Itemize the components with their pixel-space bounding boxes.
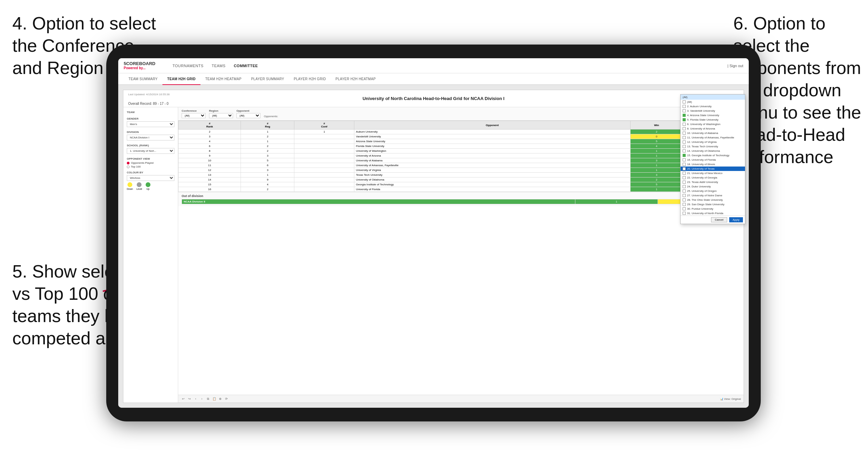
redo-icon[interactable]: ↪ — [187, 396, 192, 401]
dropdown-item[interactable]: 28. The Ohio State University — [681, 198, 744, 202]
legend-up-circle — [146, 182, 150, 187]
subnav-player-h2h-grid[interactable]: PLAYER H2H GRID — [289, 73, 331, 85]
conference-filter: Conference (All) — [182, 109, 206, 118]
dropdown-item[interactable]: 23. Texas A&M University — [681, 180, 744, 184]
dropdown-item[interactable]: 5. Florida State University — [681, 118, 744, 122]
dropdown-checkbox — [683, 154, 686, 157]
dropdown-checkbox — [683, 189, 686, 193]
nav-signout[interactable]: | Sign out — [728, 64, 743, 68]
back-icon[interactable]: ‹ — [193, 396, 198, 401]
dropdown-checkbox — [683, 136, 686, 139]
cancel-button[interactable]: Cancel — [711, 217, 727, 222]
panel-title: University of North Carolina Head-to-Hea… — [128, 96, 739, 101]
dropdown-item[interactable]: 21. University of New Mexico — [681, 171, 744, 175]
table-row: 2 1 1 Auburn University 2 1 — [179, 130, 744, 134]
dropdown-item[interactable]: 22. University of Georgia — [681, 175, 744, 180]
dropdown-item[interactable]: 31. University of North Florida — [681, 211, 744, 216]
dropdown-checkbox — [683, 181, 686, 184]
dropdown-item[interactable]: 10. University of Alabama — [681, 131, 744, 135]
toolbar-bottom: ↩ ↪ ‹ › ⧉ 📋 ⊗ ⟳ 📊 View: Original — [178, 395, 744, 403]
paste-icon[interactable]: 📋 — [212, 396, 217, 401]
dropdown-item[interactable]: 27. University of Notre Dame — [681, 193, 744, 198]
table-row: 14 9 University of Oklahoma 2 2 — [179, 177, 744, 182]
nav-teams[interactable]: TEAMS — [212, 64, 225, 68]
dropdown-item[interactable]: 13. Texas Tech University — [681, 144, 744, 149]
subnav-team-summary[interactable]: TEAM SUMMARY — [124, 73, 162, 85]
division-select[interactable]: NCAA Division I — [127, 135, 174, 140]
legend-up: Up — [146, 182, 150, 190]
colour-select[interactable]: Win/loss — [127, 175, 174, 181]
table-row: 4 1 Arizona State University 5 1 — [179, 139, 744, 144]
dropdown-item[interactable]: 25. University of Oregon — [681, 189, 744, 193]
last-updated: Last Updated: 4/15/2024 16:55:38 — [128, 93, 170, 96]
dropdown-checkbox — [683, 185, 686, 188]
dropdown-checkbox — [683, 194, 686, 197]
dropdown-item[interactable]: 12. University of Virginia — [681, 140, 744, 144]
opponent-select[interactable]: (All) — [236, 113, 260, 118]
dropdown-item[interactable]: 24. Duke University — [681, 184, 744, 189]
out-div-row: NCAA Division II 1 0 — [182, 199, 740, 204]
col-reg: #Reg — [241, 121, 294, 130]
opponent-dropdown[interactable]: (All)(All)2. Auburn University3. Vanderb… — [680, 107, 744, 224]
dropdown-checkbox — [683, 114, 686, 117]
nav-committee[interactable]: COMMITTEE — [234, 64, 258, 68]
dropdown-checkbox — [683, 163, 686, 166]
subnav-player-h2h-heatmap[interactable]: PLAYER H2H HEATMAP — [331, 73, 380, 85]
dropdown-checkbox — [683, 107, 686, 108]
dropdown-item[interactable]: 15. Georgia Institute of Technology — [681, 153, 744, 158]
main-content: Last Updated: 4/15/2024 16:55:38 Univers… — [118, 85, 749, 408]
subnav-team-h2h-grid[interactable]: TEAM H2H GRID — [162, 73, 200, 85]
out-of-division-section: Out of division NCAA Division II 1 0 — [178, 192, 744, 206]
radio-dot-played — [127, 162, 130, 164]
opponents-label-group: Opponents: — [264, 115, 278, 118]
dropdown-item[interactable]: 14. University of Oklahoma — [681, 149, 744, 153]
nav-bar: 5COREBOARD Powered by... TOURNAMENTS TEA… — [118, 58, 749, 73]
delete-icon[interactable]: ⊗ — [218, 396, 223, 401]
dropdown-item[interactable]: 8. University of Arizona — [681, 126, 744, 131]
dropdown-item[interactable]: 20. University of Texas — [681, 167, 744, 171]
dropdown-item[interactable]: 30. Purdue University — [681, 207, 744, 211]
table-row: 6 2 Florida State University 4 2 — [179, 144, 744, 149]
view-label: 📊 View: Original — [720, 397, 741, 401]
legend: Down Level Up — [127, 182, 174, 190]
content-panel: Last Updated: 4/15/2024 16:55:38 Univers… — [123, 90, 744, 403]
forward-icon[interactable]: › — [199, 396, 204, 401]
dropdown-item[interactable]: 29. San Diego State University — [681, 202, 744, 207]
legend-down: Down — [127, 182, 133, 190]
school-section: School (Rank) 1. University of Nort... — [127, 144, 174, 154]
undo-icon[interactable]: ↩ — [181, 396, 186, 401]
conference-select[interactable]: (All) — [182, 113, 206, 118]
dropdown-item[interactable]: 4. Arizona State University — [681, 113, 744, 118]
opponent-played-option[interactable]: Opponents Played — [127, 161, 174, 164]
panel-records: Overall Record: 89 - 17 - 0 Division Rec… — [128, 102, 739, 106]
subnav-team-h2h-heatmap[interactable]: TEAM H2H HEATMAP — [200, 73, 246, 85]
region-select[interactable]: (All) — [209, 113, 233, 118]
nav-tournaments[interactable]: TOURNAMENTS — [172, 64, 203, 68]
copy-icon[interactable]: ⧉ — [206, 396, 210, 401]
table-wrapper: #Rank #Reg #Conf Opponent Win Loss — [178, 121, 744, 395]
dropdown-item[interactable]: 16. University of Florida — [681, 158, 744, 162]
nav-links: TOURNAMENTS TEAMS COMMITTEE — [172, 64, 258, 68]
refresh-icon[interactable]: ⟳ — [224, 396, 229, 401]
table-row: 15 4 Georgia Institute of Technology 5 0 — [179, 182, 744, 187]
dropdown-checkbox — [683, 158, 686, 161]
dropdown-buttons: CancelApply — [681, 216, 744, 224]
dropdown-item[interactable]: 6. University of Washington — [681, 122, 744, 126]
dropdown-item[interactable]: 11. University of Arkansas, Fayetteville — [681, 135, 744, 140]
dropdown-item[interactable]: 18. University of Illinois — [681, 162, 744, 167]
dropdown-checkbox — [683, 118, 686, 121]
school-select[interactable]: 1. University of Nort... — [127, 148, 174, 154]
dropdown-checkbox — [683, 203, 686, 206]
table-row: 10 5 University of Alabama 3 0 — [179, 158, 744, 163]
legend-level: Level — [136, 182, 142, 190]
top100-option[interactable]: Top 100 — [127, 165, 174, 168]
region-filter: Region (All) — [209, 109, 233, 118]
dropdown-checkbox — [683, 145, 686, 148]
dropdown-item[interactable]: 3. Vanderbilt University — [681, 109, 744, 113]
gender-section: Gender Men's — [127, 117, 174, 127]
apply-button[interactable]: Apply — [729, 217, 743, 222]
gender-select[interactable]: Men's — [127, 121, 174, 127]
division-section: Division NCAA Division I — [127, 131, 174, 140]
subnav-player-summary[interactable]: PLAYER SUMMARY — [246, 73, 289, 85]
table-row: 3 2 Vanderbilt University 0 4 — [179, 134, 744, 139]
